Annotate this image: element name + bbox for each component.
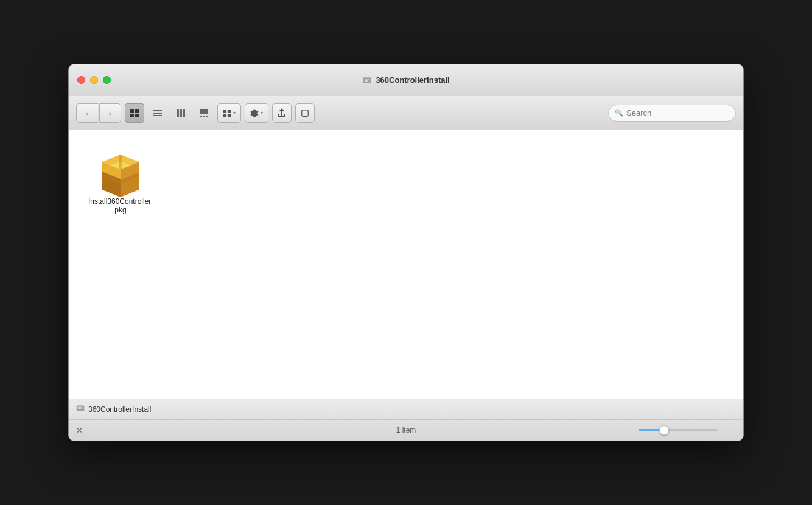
gallery-view-button[interactable] [194, 103, 214, 123]
title-bar-content: 360ControllerInstall [362, 75, 449, 85]
arrange-dropdown-arrow: ▾ [233, 110, 236, 116]
share-button[interactable] [272, 103, 292, 123]
svg-rect-19 [223, 113, 226, 116]
svg-point-2 [368, 80, 370, 82]
svg-rect-8 [153, 113, 162, 114]
zoom-slider[interactable] [639, 429, 718, 431]
window-title: 360ControllerInstall [376, 75, 449, 85]
status-bar: 360ControllerInstall ✕ 1 item [69, 399, 743, 441]
svg-rect-17 [223, 109, 226, 112]
icon-view-button[interactable] [125, 103, 144, 123]
svg-rect-16 [206, 116, 208, 117]
svg-rect-13 [200, 109, 208, 114]
svg-rect-21 [302, 110, 309, 116]
svg-rect-15 [203, 116, 205, 117]
action-button[interactable]: ▾ [245, 103, 268, 123]
finder-window: 360ControllerInstall ‹ › [68, 64, 744, 441]
bottom-bar: ✕ 1 item [69, 420, 743, 441]
minimize-button[interactable] [90, 76, 98, 84]
search-box[interactable]: 🔍 [608, 105, 736, 122]
svg-rect-11 [180, 109, 182, 117]
list-view-button[interactable] [148, 103, 167, 123]
svg-rect-12 [183, 109, 185, 117]
breadcrumb-disk-svg [76, 405, 85, 412]
svg-rect-9 [153, 115, 162, 116]
list-icon [153, 108, 163, 118]
file-name: Install360Controller.pkg [87, 197, 154, 214]
action-dropdown-arrow: ▾ [261, 110, 263, 116]
svg-rect-18 [228, 109, 231, 112]
item-count-label: 1 item [396, 426, 416, 434]
toolbar: ‹ › [69, 96, 743, 130]
tag-icon [301, 109, 309, 117]
svg-rect-10 [177, 109, 179, 117]
file-item[interactable]: Install360Controller.pkg [81, 142, 160, 220]
share-icon [278, 108, 286, 118]
search-icon: 🔍 [615, 109, 623, 117]
arrange-button[interactable]: ▾ [217, 103, 241, 123]
forward-icon: › [109, 108, 112, 118]
content-area: Install360Controller.pkg [69, 130, 743, 399]
tag-button[interactable] [295, 103, 315, 123]
svg-rect-3 [130, 109, 134, 113]
arrange-icon [223, 109, 231, 117]
gear-icon [250, 109, 259, 117]
breadcrumb-label: 360ControllerInstall [88, 405, 151, 414]
nav-group: ‹ › [76, 103, 121, 123]
back-button[interactable]: ‹ [76, 103, 98, 123]
svg-marker-30 [119, 155, 122, 169]
svg-rect-14 [200, 116, 202, 117]
svg-rect-5 [130, 114, 134, 117]
column-icon [176, 108, 186, 118]
zoom-slider-container [639, 429, 736, 431]
traffic-lights [77, 76, 111, 84]
svg-rect-7 [153, 110, 162, 111]
breadcrumb-bar: 360ControllerInstall [69, 399, 743, 420]
svg-point-33 [81, 407, 83, 409]
forward-button[interactable]: › [99, 103, 121, 123]
grid-icon [130, 108, 139, 118]
column-view-button[interactable] [171, 103, 191, 123]
svg-rect-20 [228, 113, 231, 116]
close-button[interactable] [77, 76, 85, 84]
svg-rect-4 [135, 109, 139, 113]
search-input[interactable] [626, 108, 729, 117]
maximize-button[interactable] [103, 76, 111, 84]
svg-rect-6 [135, 114, 139, 117]
breadcrumb-disk-icon [76, 405, 85, 414]
pkg-file-icon [96, 148, 145, 197]
gallery-icon [199, 108, 209, 118]
title-bar: 360ControllerInstall [69, 64, 743, 96]
tools-icon[interactable]: ✕ [76, 426, 83, 435]
back-icon: ‹ [86, 108, 89, 118]
disk-icon [362, 75, 372, 85]
